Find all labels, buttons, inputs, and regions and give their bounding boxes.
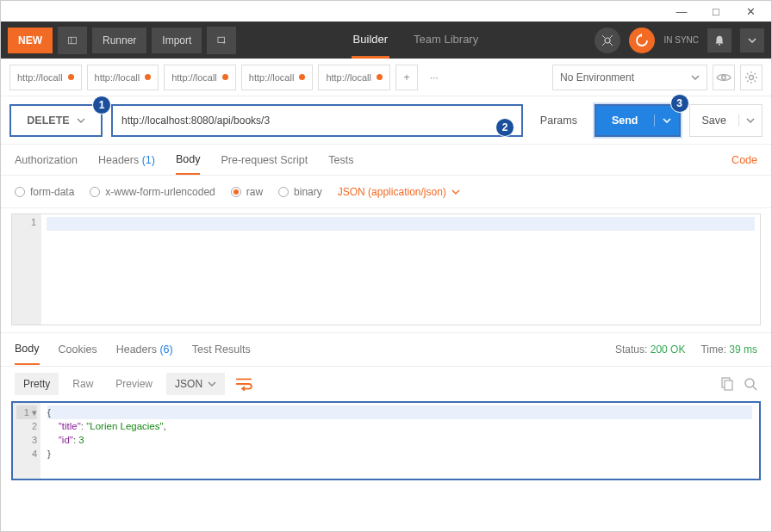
new-window-button[interactable] — [207, 27, 236, 54]
copy-icon[interactable] — [719, 377, 733, 391]
tab-team-library[interactable]: Team Library — [412, 22, 480, 59]
request-tab-label: http://locall — [326, 72, 371, 83]
wrap-lines-button[interactable] — [230, 377, 258, 391]
time-value: 39 ms — [729, 343, 757, 356]
send-button-label: Send — [596, 114, 655, 127]
radio-icon — [231, 187, 241, 197]
new-button[interactable]: NEW — [8, 28, 53, 53]
save-button[interactable]: Save — [689, 104, 763, 137]
response-tab-headers-count: (6) — [159, 343, 172, 356]
radio-form-data[interactable]: form-data — [15, 186, 74, 198]
format-raw[interactable]: Raw — [64, 373, 102, 395]
tab-builder[interactable]: Builder — [352, 22, 389, 59]
request-tab[interactable]: http://locall — [87, 65, 159, 90]
line-number: 4 — [16, 447, 37, 461]
radio-urlencoded[interactable]: x-www-form-urlencoded — [90, 186, 215, 198]
format-pretty[interactable]: Pretty — [15, 373, 59, 395]
svg-line-7 — [610, 35, 613, 38]
url-input[interactable] — [111, 104, 523, 137]
line-number: 2 — [16, 419, 37, 433]
wrap-icon — [235, 377, 252, 391]
response-tab-cookies[interactable]: Cookies — [59, 335, 97, 364]
window-maximize-button[interactable]: □ — [699, 1, 733, 22]
search-icon[interactable] — [744, 377, 757, 391]
editor-gutter: 1 — [12, 214, 41, 325]
main-toolbar: NEW Runner Import Builder Team Library I… — [1, 22, 771, 59]
request-tab[interactable]: http://locall — [318, 65, 390, 90]
time-label: Time: — [700, 343, 726, 356]
tab-body[interactable]: Body — [176, 145, 201, 175]
send-dropdown[interactable] — [655, 118, 679, 123]
env-quicklook-button[interactable] — [713, 65, 735, 90]
send-button[interactable]: Send 3 — [595, 104, 681, 137]
notifications-button[interactable] — [707, 28, 732, 53]
content-type-label: JSON (application/json) — [338, 186, 446, 198]
tab-headers[interactable]: Headers (1) — [98, 146, 155, 174]
request-row: DELETE 1 2 Params Send 3 Save — [1, 96, 771, 145]
format-preview[interactable]: Preview — [107, 373, 161, 395]
tab-prerequest[interactable]: Pre-request Script — [221, 146, 308, 174]
line-number: 3 — [16, 433, 37, 447]
response-tab-body[interactable]: Body — [15, 334, 40, 365]
response-body-editor[interactable]: 1 ▾ 2 3 4 { "title": "Lorien Legacies", … — [11, 401, 761, 480]
method-label: DELETE — [27, 114, 69, 127]
window-titlebar: — □ ✕ — [1, 1, 771, 22]
request-tab-label: http://locall — [17, 72, 63, 83]
svg-marker-15 — [241, 386, 245, 391]
tabs-overflow-button[interactable]: ··· — [423, 65, 445, 90]
sync-button[interactable] — [629, 28, 655, 53]
center-tabs: Builder Team Library — [241, 22, 589, 59]
runner-button[interactable]: Runner — [92, 28, 146, 53]
line-number: 1 — [17, 217, 36, 227]
tab-tests[interactable]: Tests — [328, 146, 353, 174]
toolbar-right: IN SYNC — [595, 28, 764, 53]
response-tab-headers-label: Headers — [116, 343, 157, 356]
env-settings-button[interactable] — [740, 65, 763, 90]
svg-line-6 — [602, 35, 605, 38]
radio-raw[interactable]: raw — [231, 186, 263, 198]
status-label: Status: — [615, 343, 647, 356]
method-select[interactable]: DELETE 1 — [9, 104, 103, 137]
request-tab-label: http://locall — [95, 72, 140, 83]
code-line: "id": 3 — [47, 433, 752, 447]
unsaved-dot-icon — [222, 74, 228, 80]
request-tab[interactable]: http://locall — [164, 65, 236, 90]
save-dropdown[interactable] — [739, 118, 762, 123]
panel-icon — [68, 34, 77, 47]
new-tab-button[interactable]: + — [395, 65, 418, 90]
format-type-select[interactable]: JSON — [166, 373, 225, 395]
unsaved-dot-icon — [377, 74, 383, 80]
request-tab[interactable]: http://locall — [9, 65, 82, 90]
chevron-down-icon — [208, 381, 216, 387]
capture-button[interactable] — [595, 28, 620, 53]
user-menu-button[interactable] — [740, 28, 764, 53]
content-type-select[interactable]: JSON (application/json) — [338, 186, 460, 198]
response-content[interactable]: { "title": "Lorien Legacies", "id": 3 } — [40, 403, 759, 479]
response-tab-tests[interactable]: Test Results — [192, 335, 251, 364]
window-minimize-button[interactable]: — — [664, 1, 699, 22]
svg-point-12 — [722, 75, 726, 79]
radio-icon — [15, 187, 25, 197]
bell-icon — [713, 34, 725, 46]
environment-select[interactable]: No Environment — [552, 65, 707, 90]
new-window-icon — [217, 34, 226, 47]
request-tab[interactable]: http://locall — [241, 65, 314, 90]
editor-content[interactable] — [41, 214, 760, 325]
svg-line-19 — [753, 387, 756, 390]
toggle-sidebar-button[interactable] — [58, 27, 87, 54]
import-button[interactable]: Import — [152, 28, 202, 53]
window-close-button[interactable]: ✕ — [733, 1, 768, 22]
sync-icon — [634, 33, 650, 48]
svg-point-13 — [750, 75, 754, 79]
callout-1: 1 — [92, 96, 111, 114]
request-body-editor[interactable]: 1 — [11, 213, 761, 325]
unsaved-dot-icon — [68, 74, 74, 80]
chevron-down-icon — [451, 189, 460, 195]
code-line: } — [47, 447, 752, 461]
response-tab-headers[interactable]: Headers (6) — [116, 335, 173, 364]
radio-binary[interactable]: binary — [278, 186, 322, 198]
tab-authorization[interactable]: Authorization — [15, 146, 78, 174]
code-link[interactable]: Code — [732, 154, 757, 166]
params-button[interactable]: Params — [532, 114, 586, 127]
request-tab-label: http://locall — [171, 72, 217, 83]
